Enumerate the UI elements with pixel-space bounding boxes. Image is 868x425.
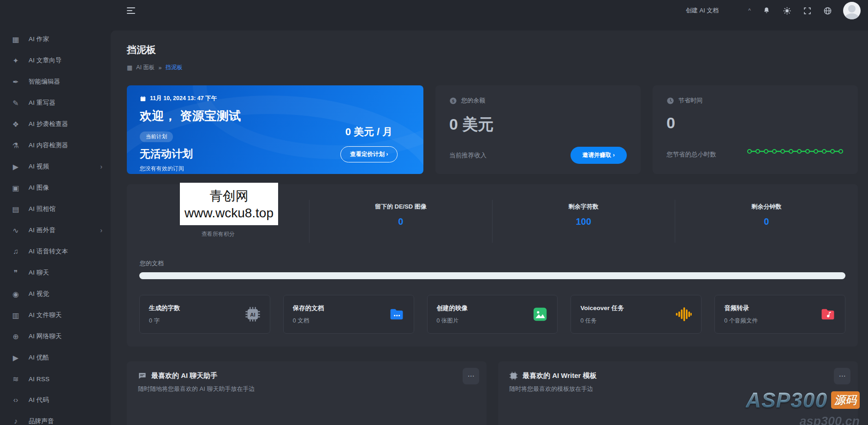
folder-docs-icon: [389, 306, 404, 322]
image-icon: [532, 306, 548, 322]
sidebar-item[interactable]: ♫ AI 语音转文本: [0, 241, 111, 262]
sidebar-item[interactable]: ∿ AI 画外音 ›: [0, 220, 111, 241]
sidebar-item-label: AI 聊天: [29, 269, 49, 277]
mini-cards-row: 生成的字数 0 字 AI 保存的文档 0 文档: [139, 295, 845, 334]
sidebar-item[interactable]: ✒ 智能编辑器: [0, 71, 111, 92]
sidebar-item-icon: ▦: [10, 35, 21, 44]
plan-price-block: 0 美元 / 月 查看定价计划 ›: [328, 125, 410, 162]
sidebar-item-label: AI 代码: [29, 396, 49, 404]
voiceover-tasks-card: Voiceover 任务 0 任务: [571, 295, 702, 334]
saved-documents-card: 保存的文档 0 文档: [283, 295, 414, 334]
theme-sun-icon[interactable]: [782, 6, 791, 15]
sidebar-item[interactable]: ▣ AI 图像: [0, 177, 111, 198]
audio-transcripts-card: 音频转录 0 个音频文件: [714, 295, 845, 334]
time-saved-card: 节省时间 0 您节省的总小时数: [653, 85, 858, 174]
breadcrumb-current[interactable]: 挡泥板: [166, 64, 183, 72]
site-watermark: 青创网 www.wcku8.top: [180, 183, 278, 225]
panel-menu-button[interactable]: ⋯: [463, 368, 479, 384]
sidebar-item-icon: ⊕: [10, 332, 21, 341]
sidebar-item-label: AI 画外音: [29, 226, 55, 234]
images-created-card: 创建的映像 0 张图片: [427, 295, 558, 334]
welcome-card: 11月 10, 2024 13: 47 下午 欢迎， 资源宝测试 当前计划 无活…: [127, 85, 423, 174]
svg-text:AI: AI: [250, 312, 255, 317]
plan-price: 0 美元 / 月: [328, 125, 410, 139]
sidebar-item-icon: ▥: [10, 311, 21, 320]
sidebar-item[interactable]: ▥ AI 文件聊天: [0, 305, 111, 326]
sidebar-item[interactable]: ✦ AI 文章向导: [0, 50, 111, 71]
create-ai-doc-button[interactable]: 创建 AI 文档: [686, 6, 719, 15]
language-globe-icon[interactable]: [823, 6, 832, 15]
breadcrumb-separator: »: [159, 65, 162, 71]
sidebar-item-icon: ❖: [10, 120, 21, 129]
welcome-date: 11月 10, 2024 13: 47 下午: [140, 95, 410, 102]
time-saved-amount: 0: [666, 114, 844, 132]
page-title: 挡泥板: [127, 43, 858, 56]
sidebar-item[interactable]: ⚗ AI 内容检测器: [0, 135, 111, 156]
notification-bell-icon[interactable]: [762, 6, 771, 15]
sidebar-item-icon: ∿: [10, 226, 21, 235]
dropdown-caret-icon[interactable]: ^: [748, 7, 751, 14]
top-header: 创建 AI 文档 ^: [111, 0, 868, 30]
balance-amount: 0 美元: [449, 114, 627, 135]
sidebar-item-icon: ♫: [10, 247, 21, 256]
sidebar-item-icon: ⚗: [10, 141, 21, 150]
fullscreen-icon[interactable]: [803, 6, 812, 15]
sidebar-item-label: AI 内容检测器: [29, 141, 68, 150]
breadcrumb-root[interactable]: AI 面板: [136, 64, 155, 72]
time-saved-note: 您节省的总小时数: [666, 150, 716, 159]
sidebar-item-label: AI 图像: [29, 184, 49, 192]
view-pricing-button[interactable]: 查看定价计划 ›: [340, 146, 398, 162]
time-saved-header: 节省时间: [666, 96, 844, 105]
sidebar-item-icon: ≋: [10, 375, 21, 383]
sidebar-item-icon: ▤: [10, 205, 21, 214]
sidebar-item-icon: ✦: [10, 56, 21, 65]
ai-chip-icon: [509, 371, 518, 380]
header-actions: 创建 AI 文档 ^: [686, 0, 861, 21]
sidebar-item[interactable]: ‹› AI 代码: [0, 389, 111, 411]
sidebar-item[interactable]: ❖ AI 抄袭检查器: [0, 114, 111, 135]
sidebar-item[interactable]: ✎ AI 重写器: [0, 92, 111, 114]
sidebar: ▦ AI 作家 ✦ AI 文章向导 ✒ 智能编辑器 ✎: [0, 0, 111, 425]
chevron-right-icon: ›: [100, 227, 102, 234]
sidebar-item-label: AI 照相馆: [29, 205, 55, 213]
calendar-icon: [140, 96, 146, 102]
clock-icon: [666, 97, 674, 105]
sidebar-item[interactable]: ♪ 品牌声音: [0, 411, 111, 425]
sidebar-item[interactable]: ❞ AI 聊天: [0, 262, 111, 283]
breadcrumb: ▦ AI 面板 » 挡泥板: [127, 64, 858, 72]
sidebar-item-icon: ♪: [10, 417, 21, 425]
sidebar-item-label: 智能编辑器: [29, 78, 60, 86]
sidebar-item[interactable]: ≋ AI RSS: [0, 368, 111, 389]
time-saved-sparkline: [746, 145, 844, 157]
sidebar-item[interactable]: ⊕ AI 网络聊天: [0, 326, 111, 347]
stat-images-left: 留下的 DE/SD 图像 0: [309, 200, 492, 243]
asp300-watermark: ASP300 源码 asp300.cn: [746, 388, 860, 425]
stat-chars-left: 剩余字符数 100: [493, 200, 675, 243]
stat-minutes-left: 剩余分钟数 0: [675, 200, 858, 243]
panel-menu-button[interactable]: ⋯: [834, 368, 850, 384]
dollar-coin-icon: $: [449, 97, 457, 105]
sidebar-item[interactable]: ◉ AI 视觉: [0, 283, 111, 305]
sidebar-item[interactable]: ▶ AI 优酷: [0, 347, 111, 368]
sidebar-item[interactable]: ▶ AI 视频 ›: [0, 156, 111, 177]
svg-text:$: $: [452, 98, 454, 103]
favorite-chat-title: 最喜欢的 AI 聊天助手: [151, 371, 217, 380]
favorite-chat-panel: 最喜欢的 AI 聊天助手 随时随地将您最喜欢的 AI 聊天助手放在手边 ⋯: [127, 361, 487, 425]
balance-note: 当前推荐收入: [449, 151, 487, 160]
user-avatar[interactable]: [843, 2, 861, 19]
waveform-icon: [675, 306, 692, 323]
welcome-title: 欢迎， 资源宝测试: [140, 108, 410, 124]
balance-header: $ 您的余额: [449, 96, 627, 105]
hamburger-menu-icon[interactable]: [127, 7, 136, 16]
sidebar-item-label: AI 语音转文本: [29, 247, 68, 256]
invite-earn-button[interactable]: 邀请并赚取 ›: [571, 147, 627, 164]
sidebar-item-label: AI 视频: [29, 162, 49, 171]
sidebar-item[interactable]: ▤ AI 照相馆: [0, 198, 111, 220]
sidebar-item-label: AI 重写器: [29, 99, 55, 107]
sidebar-item-label: AI 文件聊天: [29, 311, 62, 319]
view-all-credits-link[interactable]: 查看所有积分: [127, 230, 309, 238]
sidebar-item[interactable]: ▦ AI 作家: [0, 29, 111, 50]
plan-note: 您没有有效的订阅: [140, 165, 410, 173]
documents-progress-bar: [139, 272, 845, 279]
sidebar-item-label: AI 网络聊天: [29, 332, 62, 341]
